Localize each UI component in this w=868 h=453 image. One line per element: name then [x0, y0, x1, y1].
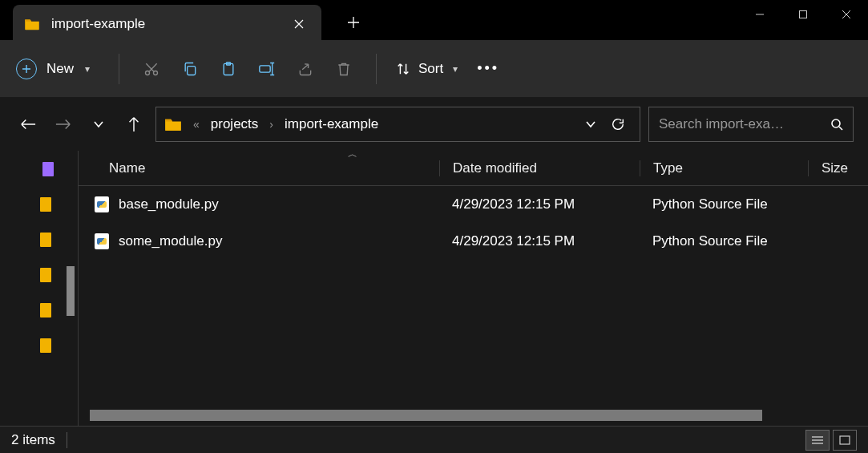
svg-rect-6 [260, 65, 270, 71]
content-area: ︿ Name Date modified Type Size base_modu… [0, 151, 868, 426]
nav-scrollbar[interactable] [67, 266, 75, 316]
nav-tree-item[interactable] [40, 233, 51, 247]
titlebar: import-example [0, 0, 868, 40]
sort-label: Sort [418, 61, 443, 77]
column-header-date[interactable]: Date modified [439, 160, 640, 176]
chevron-down-icon: ▾ [85, 63, 90, 75]
history-dropdown-button[interactable] [585, 120, 596, 128]
tab-current[interactable]: import-example [13, 5, 321, 43]
folder-icon [24, 18, 51, 30]
status-bar: 2 items [0, 426, 868, 453]
window-controls [738, 0, 868, 29]
file-name: base_module.py [119, 196, 219, 212]
address-bar-row: « projects › import-example Search impor… [0, 98, 868, 151]
new-label: New [46, 61, 74, 77]
file-date: 4/29/2023 12:15 PM [439, 233, 640, 249]
search-icon [830, 118, 843, 131]
column-header-size[interactable]: Size [808, 160, 868, 176]
copy-button[interactable] [171, 53, 209, 85]
nav-tree-item[interactable] [40, 338, 51, 353]
breadcrumb-parent[interactable]: projects [211, 116, 259, 132]
separator [67, 432, 67, 448]
toolbar: New ▾ Sort ▾ ••• [0, 40, 868, 98]
svg-rect-0 [800, 11, 807, 18]
new-button[interactable]: New ▾ [16, 59, 106, 79]
view-toggles [805, 430, 857, 451]
column-header-type[interactable]: Type [640, 160, 808, 176]
svg-point-1 [146, 71, 150, 75]
delete-button[interactable] [325, 53, 363, 85]
tab-close-button[interactable] [288, 13, 310, 35]
up-button[interactable] [120, 111, 147, 138]
sort-indicator-icon: ︿ [348, 151, 357, 161]
minimize-button[interactable] [738, 0, 781, 29]
svg-rect-3 [188, 66, 196, 75]
address-bar[interactable]: « projects › import-example [155, 107, 640, 142]
python-file-icon [95, 233, 109, 249]
more-button[interactable]: ••• [464, 60, 512, 77]
new-tab-button[interactable] [336, 5, 371, 40]
navigation-pane[interactable] [0, 151, 79, 426]
breadcrumb-prefix: « [190, 118, 203, 131]
chevron-right-icon: › [266, 118, 277, 131]
nav-tree-item[interactable] [40, 268, 51, 282]
file-type: Python Source File [640, 196, 808, 212]
svg-point-7 [832, 119, 840, 127]
nav-tree-item[interactable] [40, 197, 51, 212]
svg-point-2 [154, 71, 158, 75]
rename-button[interactable] [248, 53, 286, 85]
sort-icon [396, 62, 410, 76]
chevron-down-icon: ▾ [453, 63, 458, 75]
separator [376, 54, 377, 84]
nav-tree-item[interactable] [40, 303, 51, 318]
separator [119, 54, 119, 84]
recent-locations-button[interactable] [85, 111, 112, 138]
refresh-button[interactable] [604, 117, 632, 131]
file-date: 4/29/2023 12:15 PM [439, 196, 640, 212]
file-row[interactable]: base_module.py 4/29/2023 12:15 PM Python… [79, 186, 868, 223]
python-file-icon [95, 196, 109, 212]
horizontal-scrollbar[interactable] [90, 410, 854, 421]
nav-tree-item[interactable] [42, 162, 54, 176]
cut-button[interactable] [132, 53, 171, 85]
file-name: some_module.py [119, 233, 222, 249]
file-row[interactable]: some_module.py 4/29/2023 12:15 PM Python… [79, 223, 868, 260]
back-button[interactable] [14, 111, 42, 138]
paste-button[interactable] [209, 53, 248, 85]
folder-icon [164, 117, 182, 131]
maximize-button[interactable] [781, 0, 825, 29]
thumbnails-view-button[interactable] [833, 430, 857, 451]
search-input[interactable]: Search import-exa… [648, 107, 854, 142]
close-window-button[interactable] [825, 0, 868, 29]
breadcrumb-current[interactable]: import-example [285, 116, 378, 132]
svg-rect-8 [840, 436, 850, 444]
file-type: Python Source File [640, 233, 808, 249]
column-header-name[interactable]: Name [79, 160, 439, 176]
sort-button[interactable]: Sort ▾ [390, 61, 464, 77]
column-headers: ︿ Name Date modified Type Size [79, 151, 868, 186]
share-button[interactable] [286, 53, 325, 85]
tab-title: import-example [51, 16, 288, 32]
file-list-pane: ︿ Name Date modified Type Size base_modu… [79, 151, 868, 426]
forward-button[interactable] [50, 111, 77, 138]
details-view-button[interactable] [805, 430, 830, 451]
scrollbar-thumb[interactable] [90, 410, 762, 421]
search-placeholder: Search import-exa… [659, 116, 830, 132]
item-count: 2 items [11, 432, 55, 448]
plus-circle-icon [16, 59, 37, 79]
